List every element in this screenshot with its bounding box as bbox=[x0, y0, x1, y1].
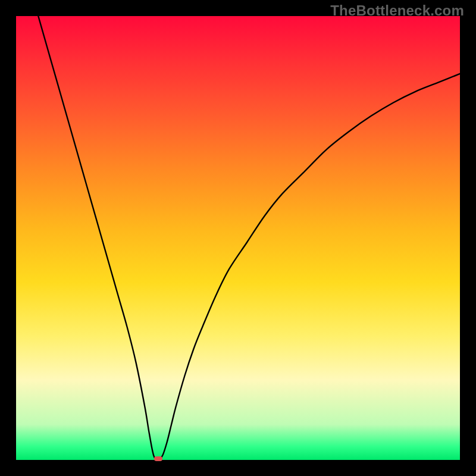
optimal-marker bbox=[154, 456, 162, 461]
plot-area bbox=[16, 16, 460, 460]
bottleneck-curve bbox=[16, 16, 460, 460]
watermark-text: TheBottleneck.com bbox=[330, 2, 464, 19]
chart-frame: TheBottleneck.com bbox=[0, 0, 476, 476]
